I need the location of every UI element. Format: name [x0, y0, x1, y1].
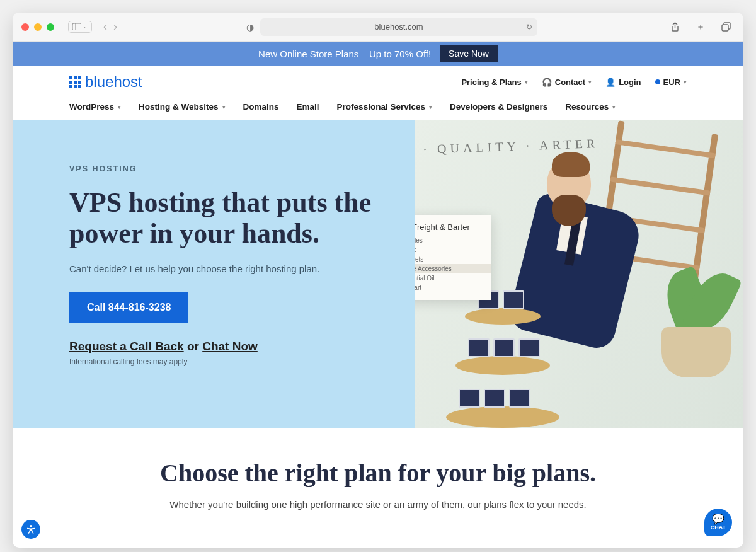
secondary-cta-line: Request a Call Back or Chat Now [69, 340, 389, 354]
preview-menu-item: Candles [415, 236, 483, 245]
close-window-button[interactable] [21, 23, 29, 31]
nav-resources[interactable]: Resources▾ [565, 102, 616, 112]
fine-print: International calling fees may apply [69, 357, 389, 366]
nav-email[interactable]: Email [297, 102, 319, 112]
svg-point-3 [30, 525, 32, 527]
plant-pot [662, 327, 731, 377]
tabs-icon[interactable] [718, 19, 735, 35]
hero-image: · QUALITY · ARTER [415, 120, 743, 428]
browser-chrome: ⌄ ‹ › ◑ bluehost.com ↻ ＋ [13, 13, 743, 42]
logo-text: bluehost [85, 73, 142, 91]
minimize-window-button[interactable] [34, 23, 42, 31]
nav-domains[interactable]: Domains [243, 102, 279, 112]
hero-eyebrow: VPS HOSTING [69, 164, 389, 173]
pricing-plans-link[interactable]: Pricing & Plans▾ [461, 78, 527, 87]
hero-title: VPS hosting that puts the power in your … [69, 187, 389, 250]
promo-banner: New Online Store Plans – Up to 70% Off! … [13, 42, 743, 66]
nav-hosting[interactable]: Hosting & Websites▾ [139, 102, 226, 112]
chat-widget-button[interactable]: 💬 CHAT [704, 509, 732, 536]
chat-bubble-icon: 💬 [712, 514, 724, 524]
plans-section: Choose the right plan for your big plans… [13, 428, 743, 548]
contact-link[interactable]: 🎧 Contact▾ [542, 78, 592, 87]
refresh-icon[interactable]: ↻ [526, 23, 532, 32]
nav-professional-services[interactable]: Professional Services▾ [337, 102, 432, 112]
person-icon: 👤 [605, 78, 616, 87]
nav-developers[interactable]: Developers & Designers [450, 102, 547, 112]
new-tab-icon[interactable]: ＋ [692, 19, 709, 35]
promo-text: New Online Store Plans – Up to 70% Off! [258, 49, 431, 59]
preview-menu-item: Gift Sets [415, 255, 483, 264]
headset-icon: 🎧 [542, 78, 552, 87]
sidebar-toggle-button[interactable]: ⌄ [68, 21, 92, 33]
window-controls [21, 23, 54, 31]
currency-dot-icon [655, 79, 660, 84]
chat-now-link[interactable]: Chat Now [202, 340, 258, 353]
main-nav: WordPress▾ Hosting & Websites▾ Domains E… [69, 97, 687, 120]
site-header: bluehost Pricing & Plans▾ 🎧 Contact▾ 👤 L… [13, 66, 743, 120]
maximize-window-button[interactable] [47, 23, 54, 31]
preview-brand: Freight & Barter [415, 222, 483, 232]
back-button[interactable]: ‹ [103, 20, 107, 33]
plans-title: Choose the right plan for your big plans… [76, 458, 680, 488]
hero-subtitle: Can't decide? Let us help you choose the… [69, 263, 389, 274]
forward-button[interactable]: › [113, 20, 117, 33]
hero-section: VPS HOSTING VPS hosting that puts the po… [13, 120, 743, 428]
accessibility-button[interactable] [21, 520, 40, 539]
privacy-icon[interactable]: ◑ [246, 22, 254, 32]
preview-menu-item: My Cart [415, 283, 483, 292]
preview-menu-item-active: Home Accessories [415, 264, 491, 273]
hero-content: VPS HOSTING VPS hosting that puts the po… [13, 120, 415, 428]
display-stand [446, 308, 559, 428]
nav-wordpress[interactable]: WordPress▾ [69, 102, 121, 112]
svg-rect-2 [722, 25, 728, 31]
call-cta-button[interactable]: Call 844-816-3238 [69, 292, 188, 323]
share-icon[interactable] [667, 19, 684, 35]
website-preview-card: Freight & Barter Candles About Gift Sets… [415, 215, 491, 300]
logo[interactable]: bluehost [69, 73, 142, 91]
nav-arrows: ‹ › [103, 20, 117, 33]
request-callback-link[interactable]: Request a Call Back [69, 340, 184, 353]
url-text: bluehost.com [374, 22, 423, 32]
login-link[interactable]: 👤 Login [605, 78, 641, 87]
plans-subtitle: Whether you're building one high perform… [76, 499, 680, 510]
chat-label: CHAT [711, 524, 726, 531]
logo-icon [69, 76, 81, 88]
preview-menu-item: Essential Oil [415, 273, 483, 283]
address-bar[interactable]: bluehost.com ↻ [260, 18, 537, 36]
preview-menu-item: About [415, 245, 483, 255]
person-illustration [547, 158, 591, 209]
promo-save-button[interactable]: Save Now [440, 45, 498, 62]
svg-rect-0 [72, 23, 81, 30]
currency-selector[interactable]: EUR▾ [655, 78, 687, 87]
